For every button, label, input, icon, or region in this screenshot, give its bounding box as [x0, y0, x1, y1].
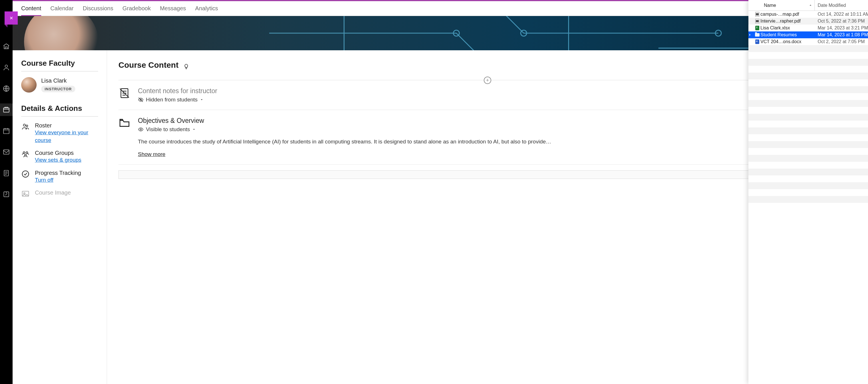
- main-panel: Content Calendar Discussions Gradebook M…: [12, 1, 868, 384]
- course-sidebar: Course Faculty Lisa Clark INSTRUCTOR Det…: [12, 50, 107, 384]
- faculty-entry[interactable]: Lisa Clark INSTRUCTOR: [21, 77, 98, 93]
- column-date-label: Date Modified: [818, 3, 846, 8]
- tab-calendar[interactable]: Calendar: [50, 2, 73, 15]
- role-badge: INSTRUCTOR: [41, 86, 75, 92]
- empty-row: [748, 45, 868, 52]
- svg-rect-3: [3, 129, 9, 133]
- tab-gradebook[interactable]: Gradebook: [122, 2, 151, 15]
- file-type-icon: [754, 19, 761, 24]
- avatar: [21, 77, 37, 93]
- add-separator: +: [119, 80, 857, 80]
- file-row[interactable]: Student ResumesMar 14, 2023 at 1:08 PM: [748, 31, 868, 38]
- groups-title: Course Groups: [35, 150, 81, 156]
- sort-ascending-icon: [809, 4, 812, 7]
- visibility-label: Hidden from students: [146, 97, 198, 103]
- empty-row: [748, 175, 868, 182]
- file-row[interactable]: VCT 204…ons.docxOct 2, 2022 at 7:05 PM: [748, 38, 868, 45]
- svg-point-20: [22, 171, 29, 177]
- visibility-label: Visible to students: [146, 126, 190, 133]
- empty-row: [748, 86, 868, 93]
- globe-icon[interactable]: [0, 82, 12, 95]
- file-date: Mar 14, 2023 at 3:21 PM: [815, 26, 868, 31]
- visibility-toggle[interactable]: Hidden from students: [138, 97, 217, 103]
- content-heading: Course Content: [119, 61, 179, 70]
- document-hidden-icon: [119, 87, 131, 103]
- empty-row: [748, 73, 868, 79]
- disclosure-icon: [748, 33, 754, 36]
- institution-icon[interactable]: [0, 40, 12, 53]
- show-more-link[interactable]: Show more: [138, 151, 165, 158]
- visible-icon: [138, 127, 144, 132]
- calendar-icon[interactable]: [0, 125, 12, 137]
- progress-item: Progress Tracking Turn off: [21, 170, 98, 184]
- column-header-name[interactable]: Name: [748, 0, 815, 10]
- file-row[interactable]: Lisa Clark.xlsxMar 14, 2023 at 3:21 PM: [748, 25, 868, 31]
- tools-icon[interactable]: [0, 188, 12, 201]
- file-date: Oct 5, 2022 at 7:36 PM: [815, 19, 868, 24]
- svg-rect-2: [3, 108, 9, 112]
- image-item: Course Image: [21, 189, 98, 198]
- tab-discussions[interactable]: Discussions: [83, 2, 113, 15]
- groups-link[interactable]: View sets & groups: [35, 156, 81, 164]
- content-item-objectives[interactable]: Objectives & Overview Visible to student…: [119, 110, 857, 165]
- file-name: campus-…map.pdf: [761, 12, 815, 17]
- course-tabs: Content Calendar Discussions Gradebook M…: [12, 1, 868, 16]
- groups-icon: [21, 150, 31, 164]
- faculty-heading: Course Faculty: [21, 59, 98, 68]
- file-type-icon: [754, 33, 761, 37]
- finder-window: Name Date Modified campus-…map.pdfOct 14…: [748, 0, 868, 384]
- column-header-date[interactable]: Date Modified: [815, 0, 868, 10]
- roster-title: Roster: [35, 122, 98, 129]
- nav-rail: [0, 0, 12, 384]
- file-date: Oct 2, 2022 at 7:05 PM: [815, 39, 868, 44]
- file-row[interactable]: Intervie…rapher.pdfOct 5, 2022 at 7:36 P…: [748, 18, 868, 25]
- progress-title: Progress Tracking: [35, 170, 81, 176]
- empty-row: [748, 134, 868, 141]
- tab-messages[interactable]: Messages: [160, 2, 186, 15]
- messages-icon[interactable]: [0, 146, 12, 158]
- empty-row: [748, 66, 868, 73]
- finder-header: Name Date Modified: [748, 0, 868, 11]
- profile-icon[interactable]: [0, 61, 12, 74]
- add-content-button[interactable]: +: [484, 77, 491, 84]
- close-icon: ✕: [9, 15, 13, 21]
- faculty-name: Lisa Clark: [41, 77, 75, 84]
- file-date: Oct 14, 2022 at 10:11 AM: [815, 12, 868, 17]
- empty-row: [748, 169, 868, 175]
- file-name: Student Resumes: [761, 32, 815, 37]
- svg-point-15: [24, 124, 26, 126]
- roster-link[interactable]: View everyone in your course: [35, 129, 98, 144]
- svg-rect-4: [3, 150, 9, 154]
- empty-row: [748, 196, 868, 203]
- groups-item: Course Groups View sets & groups: [21, 150, 98, 164]
- file-type-icon: [754, 12, 761, 16]
- content-item-title: Content notes for instructor: [138, 87, 217, 95]
- empty-row: [748, 189, 868, 196]
- finder-rows: campus-…map.pdfOct 14, 2022 at 10:11 AMI…: [748, 11, 868, 384]
- empty-row: [748, 120, 868, 128]
- lightbulb-icon[interactable]: [183, 63, 189, 70]
- tab-analytics[interactable]: Analytics: [195, 2, 218, 15]
- svg-line-24: [120, 89, 129, 98]
- empty-row: [748, 52, 868, 59]
- empty-row: [748, 203, 868, 210]
- progress-link[interactable]: Turn off: [35, 176, 81, 184]
- grades-icon[interactable]: [0, 167, 12, 179]
- file-name: Lisa Clark.xlsx: [761, 26, 815, 31]
- folder-icon: [119, 117, 131, 158]
- courses-icon[interactable]: [0, 103, 12, 116]
- divider: [21, 71, 98, 71]
- empty-row: [748, 128, 868, 134]
- file-row[interactable]: campus-…map.pdfOct 14, 2022 at 10:11 AM: [748, 11, 868, 18]
- empty-row: [748, 141, 868, 148]
- roster-icon: [21, 122, 31, 144]
- course-banner: [12, 16, 868, 50]
- tab-content[interactable]: Content: [21, 2, 41, 16]
- file-type-icon: [754, 26, 761, 30]
- chevron-down-icon: [192, 128, 196, 131]
- content-item-notes[interactable]: Content notes for instructor Hidden from…: [119, 80, 857, 110]
- close-button[interactable]: ✕: [5, 11, 18, 25]
- empty-row: [748, 79, 868, 86]
- empty-row: [748, 148, 868, 155]
- file-name: Intervie…rapher.pdf: [761, 19, 815, 24]
